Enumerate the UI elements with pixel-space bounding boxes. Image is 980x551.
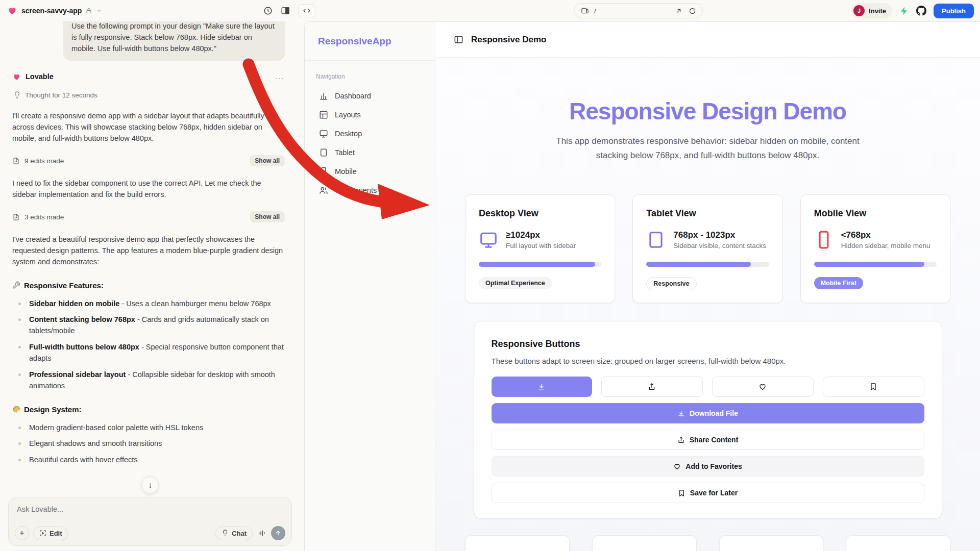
download-file-button[interactable]: Download File xyxy=(492,403,924,423)
section-title: Responsive Buttons xyxy=(492,339,924,349)
card-2[interactable]: Card 2 xyxy=(592,535,697,551)
show-all-button-2[interactable]: Show all xyxy=(250,211,285,222)
edits-summary-2: 3 edits made Show all xyxy=(12,211,285,222)
scroll-to-bottom-button[interactable]: ↓ xyxy=(141,477,159,494)
edits-count-2: 3 edits made xyxy=(24,213,64,221)
chat-input[interactable] xyxy=(17,505,284,513)
list-item: Elegant shadows and smooth transitions xyxy=(12,438,285,449)
share-icon xyxy=(648,383,656,391)
card-title: Desktop View xyxy=(479,208,601,219)
invite-button[interactable]: J Invite xyxy=(851,3,892,18)
preview-app-name: ResponsiveApp xyxy=(318,36,391,47)
lightbulb-icon xyxy=(13,91,21,99)
lightbulb-icon xyxy=(222,530,229,537)
assistant-message-1: I'll create a responsive demo app with a… xyxy=(12,110,285,144)
features-heading: Responsive Features: xyxy=(24,281,104,290)
thought-duration[interactable]: Thought for 12 seconds xyxy=(25,91,97,99)
supabase-icon[interactable] xyxy=(899,6,909,16)
assistant-message-3: I've created a beautiful responsive demo… xyxy=(12,234,285,267)
download-icon-button[interactable] xyxy=(492,377,592,397)
progress-track xyxy=(479,262,601,267)
responsive-buttons-card: Responsive Buttons These buttons adapt t… xyxy=(474,321,942,519)
preview-url-bar[interactable]: / xyxy=(574,3,703,18)
user-message: Use the following prompt in your design … xyxy=(63,21,285,61)
publish-button[interactable]: Publish xyxy=(934,4,974,18)
breakpoint-range: 768px - 1023px xyxy=(673,230,766,240)
edit-mode-button[interactable]: Edit xyxy=(33,527,68,540)
bottom-cards-row: Card 1 Card 2 Card 3 Card 4 xyxy=(435,535,980,551)
code-view-button[interactable] xyxy=(298,4,315,17)
sidebar-toggle-icon[interactable] xyxy=(454,35,463,44)
list-item: Modern gradient-based color palette with… xyxy=(12,422,285,433)
sidebar-item-dashboard[interactable]: Dashboard xyxy=(316,87,424,105)
user-avatar[interactable]: J xyxy=(853,5,865,16)
sidebar-item-layouts[interactable]: Layouts xyxy=(316,106,424,123)
heart-icon xyxy=(673,463,681,470)
panel-toggle-icon[interactable] xyxy=(281,6,290,15)
section-desc: These buttons adapt to screen size: grou… xyxy=(492,357,924,365)
list-item: Full-width buttons below 480px - Special… xyxy=(12,341,285,364)
heart-icon xyxy=(758,383,767,391)
sidebar-item-desktop[interactable]: Desktop xyxy=(316,125,424,142)
preview-sidebar: ResponsiveApp Navigation Dashboard Layou… xyxy=(305,22,435,551)
preview-content: Responsive Design Demo This app demonstr… xyxy=(435,58,980,551)
mobile-view-card[interactable]: Mobile View <768px Hidden sidebar, mobil… xyxy=(800,194,950,303)
view-cards-row: Desktop View ≥1024px Full layout with si… xyxy=(435,194,980,303)
card-3[interactable]: Card 3 xyxy=(719,535,824,551)
plus-icon xyxy=(18,530,26,537)
add-to-favorites-button[interactable]: Add to Favorites xyxy=(492,456,924,477)
edits-count-1: 9 edits made xyxy=(24,157,64,165)
refresh-icon[interactable] xyxy=(689,7,696,15)
hero-title: Responsive Design Demo xyxy=(435,97,980,125)
top-bar: screen-savvy-app / xyxy=(0,0,980,21)
download-icon xyxy=(537,383,546,391)
breakpoint-range: <768px xyxy=(841,230,930,240)
list-item: Content stacking below 768px - Cards and… xyxy=(12,314,285,337)
code-icon xyxy=(303,7,311,15)
share-content-button[interactable]: Share Content xyxy=(492,430,924,450)
sidebar-item-components[interactable]: Components xyxy=(316,182,424,199)
save-for-later-button[interactable]: Save for Later xyxy=(492,483,924,503)
progress-fill xyxy=(646,262,750,267)
bookmark-icon-button[interactable] xyxy=(823,377,924,397)
sidebar-item-mobile[interactable]: Mobile xyxy=(316,163,424,180)
desktop-view-card[interactable]: Desktop View ≥1024px Full layout with si… xyxy=(465,194,615,303)
assistant-message-2: I need to fix the sidebar component to u… xyxy=(12,178,285,200)
devices-icon xyxy=(581,7,589,15)
bar-chart-icon xyxy=(319,91,328,101)
users-icon xyxy=(319,186,328,195)
history-icon[interactable] xyxy=(263,6,273,15)
card-title: Mobile View xyxy=(814,208,937,219)
attach-button[interactable] xyxy=(15,526,29,540)
share-icon-button[interactable] xyxy=(601,377,703,397)
breakpoint-desc: Sidebar visible, content stacks xyxy=(673,242,766,249)
chat-messages[interactable]: Use the following prompt in your design … xyxy=(0,21,300,465)
card-1[interactable]: Card 1 xyxy=(465,535,570,551)
tablet-view-card[interactable]: Tablet View 768px - 1023px Sidebar visib… xyxy=(632,194,782,303)
sidebar-item-tablet[interactable]: Tablet xyxy=(316,144,424,161)
github-icon[interactable] xyxy=(916,6,926,16)
nav-section-label: Navigation xyxy=(316,73,424,80)
hero-subtitle: This app demonstrates responsive behavio… xyxy=(540,134,876,163)
assistant-name: Lovable xyxy=(26,72,54,81)
progress-track xyxy=(814,262,937,267)
favorite-icon-button[interactable] xyxy=(712,377,814,397)
tablet-icon xyxy=(319,148,328,157)
project-name[interactable]: screen-savvy-app xyxy=(21,7,82,15)
breakpoint-desc: Full layout with sidebar xyxy=(506,242,576,249)
edits-summary-1: 9 edits made Show all xyxy=(12,155,285,166)
open-external-icon[interactable] xyxy=(675,7,682,15)
smartphone-icon xyxy=(814,230,834,249)
app-preview-panel: ResponsiveApp Navigation Dashboard Layou… xyxy=(304,21,980,551)
arrow-down-icon: ↓ xyxy=(148,481,152,490)
chat-mode-button[interactable]: Chat xyxy=(215,527,253,540)
send-button[interactable] xyxy=(271,526,285,540)
voice-input-icon[interactable] xyxy=(258,529,266,537)
list-item: Beautiful cards with hover effects xyxy=(12,454,285,465)
message-menu-icon[interactable]: ... xyxy=(275,72,285,81)
show-all-button-1[interactable]: Show all xyxy=(250,155,285,166)
chevron-down-icon[interactable] xyxy=(96,8,102,14)
card-4[interactable]: Card 4 xyxy=(846,535,950,551)
url-path[interactable]: / xyxy=(594,7,596,15)
chat-panel: Use the following prompt in your design … xyxy=(0,21,300,551)
